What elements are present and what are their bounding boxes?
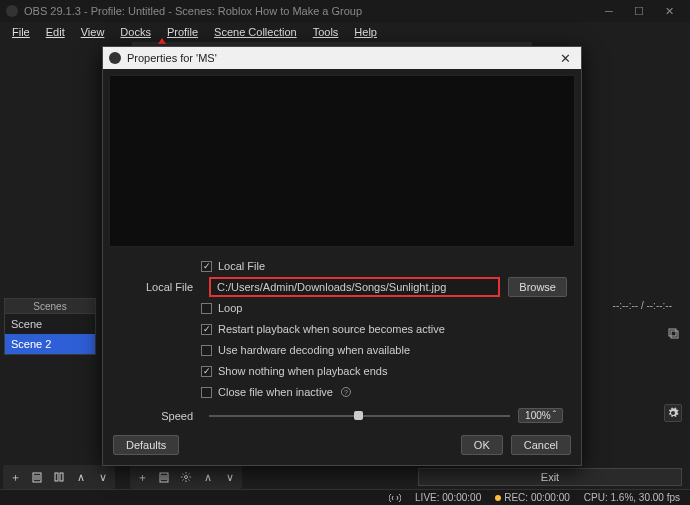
hw-decode-checkbox[interactable]: Use hardware decoding when available (201, 344, 410, 356)
menu-bar: File Edit View Docks Profile Scene Colle… (0, 22, 690, 42)
add-source-icon[interactable]: ＋ (133, 468, 151, 486)
scenes-panel: Scenes Scene Scene 2 (4, 298, 96, 355)
show-nothing-label: Show nothing when playback ends (218, 365, 387, 377)
status-rec: REC: 00:00:00 (495, 492, 570, 503)
browse-label: Browse (519, 281, 556, 293)
cancel-label: Cancel (524, 439, 558, 451)
move-source-up-icon[interactable]: ∧ (199, 468, 217, 486)
loop-checkbox[interactable]: Loop (201, 302, 242, 314)
sources-toolbar: ＋ ∧ ∨ (130, 465, 242, 489)
remove-scene-icon[interactable] (28, 468, 46, 486)
help-icon[interactable]: ? (341, 387, 351, 397)
svg-point-12 (185, 476, 188, 479)
move-scene-down-icon[interactable]: ∨ (94, 468, 112, 486)
local-file-path-text: C:/Users/Admin/Downloads/Songs/Sunlight.… (217, 281, 446, 293)
scenes-toolbar: ＋ ∧ ∨ (3, 465, 115, 489)
scenes-panel-title: Scenes (4, 298, 96, 314)
close-file-checkbox[interactable]: Close file when inactive? (201, 386, 351, 398)
settings-gear-icon[interactable] (664, 404, 682, 422)
defaults-button[interactable]: Defaults (113, 435, 179, 455)
maximize-button[interactable]: ☐ (624, 0, 654, 22)
menu-profile[interactable]: Profile (159, 24, 206, 40)
source-properties-gear-icon[interactable] (177, 468, 195, 486)
scenes-item-label: Scene (11, 318, 42, 330)
properties-dialog: Properties for 'MS' ✕ ✓Local File Local … (102, 46, 582, 466)
move-source-down-icon[interactable]: ∨ (221, 468, 239, 486)
window-titlebar: OBS 29.1.3 - Profile: Untitled - Scenes:… (0, 0, 690, 22)
restart-playback-checkbox[interactable]: ✓Restart playback when source becomes ac… (201, 323, 445, 335)
scenes-item[interactable]: Scene (5, 314, 95, 334)
svg-rect-0 (669, 329, 676, 336)
dialog-title: Properties for 'MS' (127, 52, 217, 64)
exit-label: Exit (541, 471, 559, 483)
close-file-label: Close file when inactive (218, 386, 333, 398)
menu-help[interactable]: Help (346, 24, 385, 40)
menu-view[interactable]: View (73, 24, 113, 40)
speed-slider[interactable] (209, 415, 510, 417)
dialog-preview-area (109, 75, 575, 247)
status-live: LIVE: 00:00:00 (415, 492, 481, 503)
add-scene-icon[interactable]: ＋ (6, 468, 24, 486)
scenes-item-label: Scene 2 (11, 338, 51, 350)
svg-rect-6 (55, 473, 58, 481)
move-scene-up-icon[interactable]: ∧ (72, 468, 90, 486)
local-file-path-input[interactable]: C:/Users/Admin/Downloads/Songs/Sunlight.… (209, 277, 500, 297)
exit-button[interactable]: Exit (418, 468, 682, 486)
dialog-form: ✓Local File Local File C:/Users/Admin/Do… (103, 253, 581, 429)
duplicate-output-icon[interactable] (664, 324, 682, 342)
menu-file[interactable]: File (4, 24, 38, 40)
rec-dot-icon (495, 495, 501, 501)
local-file-label: Local File (117, 281, 201, 293)
local-file-checkbox[interactable]: ✓Local File (201, 260, 265, 272)
scenes-item-selected[interactable]: Scene 2 (5, 334, 95, 354)
dialog-button-bar: Defaults OK Cancel (103, 429, 581, 465)
svg-rect-7 (60, 473, 63, 481)
chevron-up-icon[interactable]: ˆ (553, 410, 556, 421)
minimize-button[interactable]: ─ (594, 0, 624, 22)
loop-label: Loop (218, 302, 242, 314)
media-time-display: --:--:-- / --:--:-- (613, 300, 672, 311)
dialog-titlebar[interactable]: Properties for 'MS' ✕ (103, 47, 581, 69)
hw-decode-label: Use hardware decoding when available (218, 344, 410, 356)
menu-tools[interactable]: Tools (305, 24, 347, 40)
menu-scene-collection[interactable]: Scene Collection (206, 24, 305, 40)
close-window-button[interactable]: ✕ (654, 0, 684, 22)
status-bar: LIVE: 00:00:00 REC: 00:00:00 CPU: 1.6%, … (0, 489, 690, 505)
svg-rect-1 (671, 331, 678, 338)
ok-button[interactable]: OK (461, 435, 503, 455)
speed-value-text: 100% (525, 410, 551, 421)
defaults-label: Defaults (126, 439, 166, 451)
menu-edit[interactable]: Edit (38, 24, 73, 40)
local-file-check-label: Local File (218, 260, 265, 272)
time-text: --:--:-- / --:--:-- (613, 300, 672, 311)
dialog-close-button[interactable]: ✕ (556, 51, 575, 66)
speed-value-spinner[interactable]: 100%ˆ (518, 408, 563, 423)
broadcast-icon (389, 493, 401, 503)
status-cpu: CPU: 1.6%, 30.00 fps (584, 492, 680, 503)
scenes-list: Scene Scene 2 (4, 314, 96, 355)
show-nothing-checkbox[interactable]: ✓Show nothing when playback ends (201, 365, 387, 377)
obs-logo-icon (6, 5, 18, 17)
browse-button[interactable]: Browse (508, 277, 567, 297)
window-title: OBS 29.1.3 - Profile: Untitled - Scenes:… (24, 5, 362, 17)
annotation-arrow-icon (158, 38, 166, 44)
menu-docks[interactable]: Docks (112, 24, 159, 40)
speed-label: Speed (117, 410, 201, 422)
slider-thumb-icon[interactable] (354, 411, 363, 420)
dialog-logo-icon (109, 52, 121, 64)
scene-filters-icon[interactable] (50, 468, 68, 486)
ok-label: OK (474, 439, 490, 451)
cancel-button[interactable]: Cancel (511, 435, 571, 455)
remove-source-icon[interactable] (155, 468, 173, 486)
restart-label: Restart playback when source becomes act… (218, 323, 445, 335)
